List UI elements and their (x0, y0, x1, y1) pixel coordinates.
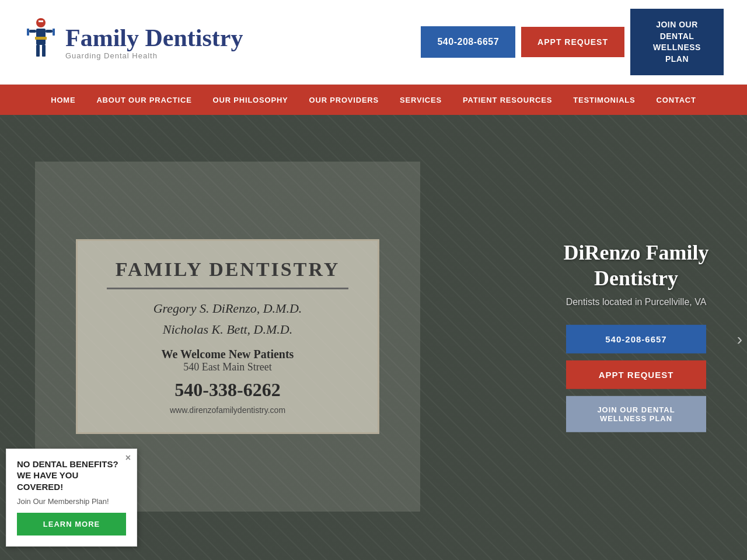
hero-title: DiRenzo Family Dentistry (543, 240, 729, 290)
sign-website: www.direnzofamilydentistry.com (107, 405, 348, 415)
svg-rect-10 (26, 26, 30, 29)
hero-appt-button[interactable]: APPT REQUEST (566, 360, 706, 389)
svg-rect-3 (35, 37, 47, 40)
nav-about[interactable]: ABOUT OUR PRACTICE (86, 85, 202, 115)
svg-rect-8 (27, 27, 29, 36)
sign-doctor2: Nicholas K. Bett, D.M.D. (107, 322, 348, 337)
svg-point-0 (36, 18, 46, 27)
nav-providers[interactable]: OUR PROVIDERS (299, 85, 389, 115)
svg-rect-11 (52, 26, 55, 29)
popup-learn-more-button[interactable]: LEARN MORE (17, 513, 126, 536)
svg-rect-1 (39, 20, 43, 22)
hero-section: FAMILY DENTISTRY Gregory S. DiRenzo, D.M… (0, 115, 747, 560)
svg-rect-6 (29, 30, 36, 33)
nav-testimonials[interactable]: TESTIMONIALS (563, 85, 645, 115)
svg-rect-9 (53, 27, 55, 36)
sign-address: 540 East Main Street (107, 361, 348, 373)
logo-area: Family Dentistry Guarding Dental Health (23, 16, 243, 68)
nav-contact[interactable]: CONTACT (646, 85, 707, 115)
hero-phone-button[interactable]: 540-208-6657 (566, 325, 706, 354)
header: Family Dentistry Guarding Dental Health … (0, 0, 747, 85)
logo-icon (23, 16, 58, 68)
svg-rect-4 (36, 45, 40, 57)
sign-board: FAMILY DENTISTRY Gregory S. DiRenzo, D.M… (76, 239, 379, 434)
sign-welcome: We Welcome New Patients (107, 348, 348, 361)
nav-home[interactable]: HOME (40, 85, 86, 115)
hero-subtitle: Dentists located in Purcellville, VA (543, 297, 729, 307)
nav-services[interactable]: SERVICES (389, 85, 452, 115)
site-title: Family Dentistry (65, 24, 243, 51)
hero-wellness-button[interactable]: JOIN OUR DENTAL WELLNESS PLAN (566, 396, 706, 432)
wellness-button[interactable]: JOIN OUR DENTAL WELLNESS PLAN (630, 9, 724, 75)
membership-popup: × NO DENTAL BENEFITS? WE HAVE YOU COVERE… (6, 449, 137, 547)
sign-phone: 540-338-6262 (107, 379, 348, 401)
sign-title: FAMILY DENTISTRY (107, 258, 348, 289)
phone-button[interactable]: 540-208-6657 (421, 26, 515, 58)
popup-close-button[interactable]: × (125, 453, 131, 463)
logo-text: Family Dentistry Guarding Dental Health (65, 24, 243, 60)
nav-patient-resources[interactable]: PATIENT RESOURCES (452, 85, 563, 115)
sign-doctor1: Gregory S. DiRenzo, D.M.D. (107, 301, 348, 316)
popup-subtitle: Join Our Membership Plan! (17, 497, 126, 506)
nav-philosophy[interactable]: OUR PHILOSOPHY (203, 85, 299, 115)
main-nav: HOME ABOUT OUR PRACTICE OUR PHILOSOPHY O… (0, 85, 747, 115)
appt-button[interactable]: APPT REQUEST (521, 27, 624, 57)
hero-overlay-panel: DiRenzo Family Dentistry Dentists locate… (543, 240, 729, 439)
site-tagline: Guarding Dental Health (65, 51, 243, 60)
svg-rect-5 (42, 45, 46, 57)
popup-title: NO DENTAL BENEFITS? WE HAVE YOU COVERED! (17, 459, 126, 493)
header-buttons: 540-208-6657 APPT REQUEST JOIN OUR DENTA… (421, 9, 724, 75)
svg-rect-7 (46, 30, 53, 33)
carousel-next-arrow[interactable]: › (737, 330, 742, 349)
